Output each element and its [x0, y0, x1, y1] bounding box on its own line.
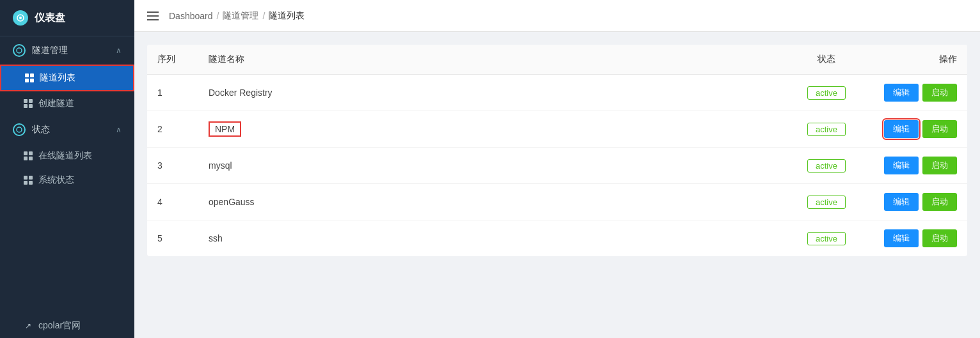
tunnel-mgmt-icon [13, 44, 26, 57]
col-header-ops: 操作 [865, 45, 967, 75]
sidebar-status-section: 状态 ∧ 在线隧道列表 系统状态 [0, 116, 134, 192]
start-button[interactable]: 启动 [922, 120, 957, 138]
table-row: 5sshactive编辑启动 [147, 220, 967, 257]
col-header-seq: 序列 [147, 45, 198, 75]
sidebar-item-tunnel-list[interactable]: 隧道列表 [0, 65, 134, 91]
cell-seq: 2 [147, 111, 198, 148]
edit-button[interactable]: 编辑 [884, 157, 919, 174]
status-badge: active [807, 232, 846, 245]
system-status-label: 系统状态 [38, 174, 74, 186]
table-row: 4openGaussactive编辑启动 [147, 184, 967, 220]
start-button[interactable]: 启动 [922, 157, 957, 174]
start-button[interactable]: 启动 [922, 193, 957, 211]
cell-seq: 4 [147, 184, 198, 220]
sidebar-item-create-tunnel[interactable]: 创建隧道 [0, 91, 134, 116]
online-tunnels-icon [23, 151, 33, 161]
status-group-label: 状态 [32, 124, 50, 135]
logo-icon [13, 10, 28, 26]
chevron-up-icon-2: ∧ [116, 125, 122, 134]
cpolar-label: cpolar官网 [38, 320, 81, 332]
status-badge: active [807, 123, 846, 136]
edit-button[interactable]: 编辑 [884, 120, 919, 138]
cell-name: NPM [198, 111, 788, 148]
cell-status: active [788, 184, 865, 220]
start-button[interactable]: 启动 [922, 229, 957, 247]
sidebar-group-status[interactable]: 状态 ∧ [0, 116, 134, 144]
breadcrumb-sep-2: / [262, 11, 265, 21]
table-header-row: 序列 隧道名称 状态 操作 [147, 45, 967, 75]
content-area: 序列 隧道名称 状态 操作 1Docker Registryactive编辑启动… [134, 32, 980, 338]
tunnel-mgmt-label: 隧道管理 [32, 45, 68, 56]
sidebar-item-system-status[interactable]: 系统状态 [0, 168, 134, 192]
breadcrumb-sep-1: / [217, 11, 219, 21]
external-link-icon: ↗ [23, 321, 33, 331]
create-tunnel-icon [23, 98, 33, 109]
sidebar-group-tunnel-mgmt[interactable]: 隧道管理 ∧ [0, 36, 134, 65]
cell-status: active [788, 148, 865, 184]
cell-ops: 编辑启动 [865, 184, 967, 220]
tunnel-list-label: 隧道列表 [40, 72, 75, 84]
tunnel-name-highlighted: NPM [209, 121, 241, 137]
col-header-status: 状态 [788, 45, 865, 75]
menu-toggle-button[interactable] [147, 12, 159, 20]
edit-button[interactable]: 编辑 [884, 229, 919, 247]
status-badge: active [807, 196, 846, 209]
cell-status: active [788, 75, 865, 111]
cell-name: mysql [198, 148, 788, 184]
sidebar-item-cpolar[interactable]: ↗ cpolar官网 [0, 314, 134, 338]
cell-status: active [788, 220, 865, 257]
cell-status: active [788, 111, 865, 148]
sidebar: 仪表盘 隧道管理 ∧ 隧道列表 创建隧道 [0, 0, 134, 338]
col-header-name: 隧道名称 [198, 45, 788, 75]
cell-ops: 编辑启动 [865, 148, 967, 184]
cell-seq: 5 [147, 220, 198, 257]
tunnel-list-icon [24, 73, 35, 83]
edit-button[interactable]: 编辑 [884, 84, 919, 102]
create-tunnel-label: 创建隧道 [38, 98, 74, 109]
cell-ops: 编辑启动 [865, 111, 967, 148]
cell-ops: 编辑启动 [865, 75, 967, 111]
svg-point-3 [17, 127, 22, 132]
sidebar-logo[interactable]: 仪表盘 [0, 0, 134, 36]
status-badge: active [807, 86, 846, 100]
breadcrumb-tunnel-list[interactable]: 隧道列表 [269, 10, 304, 22]
start-button[interactable]: 启动 [922, 84, 957, 102]
svg-point-2 [17, 48, 22, 53]
edit-button[interactable]: 编辑 [884, 193, 919, 211]
sidebar-logo-label: 仪表盘 [35, 12, 65, 25]
sidebar-tunnel-section: 隧道管理 ∧ 隧道列表 创建隧道 [0, 36, 134, 116]
breadcrumb-tunnel-mgmt[interactable]: 隧道管理 [223, 10, 258, 22]
topbar: Dashboard / 隧道管理 / 隧道列表 [134, 0, 980, 32]
table-row: 2NPMactive编辑启动 [147, 111, 967, 148]
cell-name: openGauss [198, 184, 788, 220]
system-status-icon [23, 175, 33, 185]
table-row: 3mysqlactive编辑启动 [147, 148, 967, 184]
status-badge: active [807, 159, 846, 173]
tunnel-table: 序列 隧道名称 状态 操作 1Docker Registryactive编辑启动… [147, 45, 967, 256]
status-icon [13, 123, 26, 136]
tunnel-table-container: 序列 隧道名称 状态 操作 1Docker Registryactive编辑启动… [147, 45, 967, 256]
breadcrumb-dashboard[interactable]: Dashboard [169, 11, 213, 21]
table-row: 1Docker Registryactive编辑启动 [147, 75, 967, 111]
sidebar-item-online-tunnels[interactable]: 在线隧道列表 [0, 144, 134, 168]
cell-seq: 1 [147, 75, 198, 111]
chevron-up-icon: ∧ [116, 46, 122, 55]
online-tunnels-label: 在线隧道列表 [38, 150, 92, 162]
cell-name: ssh [198, 220, 788, 257]
main-content: Dashboard / 隧道管理 / 隧道列表 序列 隧道名称 状态 操作 1D… [134, 0, 980, 338]
cell-seq: 3 [147, 148, 198, 184]
cell-name: Docker Registry [198, 75, 788, 111]
svg-point-1 [19, 17, 22, 19]
cell-ops: 编辑启动 [865, 220, 967, 257]
breadcrumb: Dashboard / 隧道管理 / 隧道列表 [169, 10, 304, 22]
